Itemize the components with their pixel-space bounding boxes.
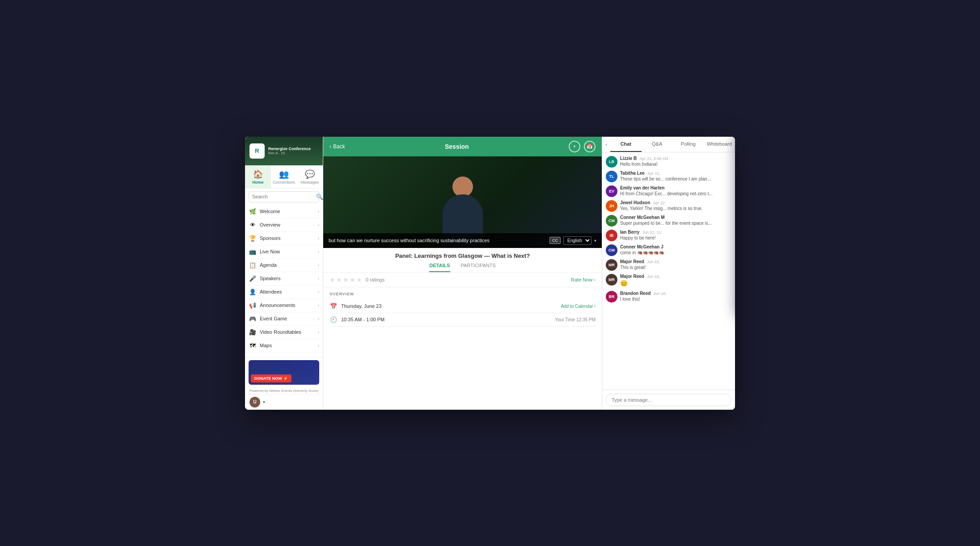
chat-message: EV Emily van der Harten Hi from Chicago!…	[606, 185, 731, 197]
chat-message: CM Conner McGeehan M Super pumped to be.…	[606, 215, 731, 227]
sidebar-item-overview[interactable]: 👁 Overview ›	[245, 218, 323, 232]
message-header: Ian Berry Jun 02, 11:	[620, 230, 731, 235]
message-time: Jun 02, 11:	[642, 230, 662, 235]
message-text: Hello from Indiana!	[620, 161, 731, 168]
your-time: Your Time 12:35 PM	[555, 317, 596, 322]
avatar: IB	[606, 230, 617, 241]
message-header: Lizzie B Apr 21, 9:56 AM	[620, 156, 731, 161]
add-session-icon[interactable]: ＋	[569, 141, 580, 152]
add-to-calendar-button[interactable]: Add to Calendar ›	[561, 304, 596, 309]
chat-input[interactable]	[606, 394, 731, 406]
star-4[interactable]: ★	[350, 276, 355, 283]
message-body: Major Reed Jun 16, This is great!	[620, 259, 731, 271]
star-1[interactable]: ★	[329, 276, 335, 283]
message-text: 😊	[620, 279, 731, 288]
sidebar: R Renergize Conference Nov 8 - 10, 🏠 Hom…	[245, 137, 323, 410]
rate-now-button[interactable]: Rate Now ›	[571, 277, 596, 282]
star-3[interactable]: ★	[343, 276, 349, 283]
sidebar-item-maps[interactable]: 🗺 Maps ›	[245, 339, 323, 353]
sidebar-item-welcome[interactable]: 🌿 Welcome ›	[245, 205, 323, 218]
chat-message: BR Brandon Reed Jun 16, I love this!	[606, 291, 731, 302]
tab-details[interactable]: DETAILS	[429, 263, 450, 272]
cc-button[interactable]: CC	[549, 237, 561, 244]
message-body: Ian Berry Jun 02, 11: Happy to be here!	[620, 230, 731, 241]
message-body: Brandon Reed Jun 16, I love this!	[620, 291, 731, 302]
message-name: Lizzie B	[620, 156, 637, 161]
sidebar-item-label: Video Roundtables	[260, 329, 315, 335]
back-button[interactable]: ‹ Back	[329, 143, 345, 150]
overview-icon: 👁	[249, 222, 257, 228]
chat-scroll-left[interactable]: ‹	[602, 137, 610, 151]
tab-participants[interactable]: PARTICIPANTS	[461, 263, 496, 272]
video-area: but how can we nurture success without s…	[323, 156, 602, 248]
user-avatar-bar[interactable]: U ▾	[245, 394, 323, 410]
sidebar-item-event-game[interactable]: 🎮 Event Game ›	[245, 312, 323, 326]
message-header: Emily van der Harten	[620, 185, 731, 190]
search-bar: 🔍	[249, 191, 319, 202]
sidebar-item-sponsors[interactable]: 🏆 Sponsors ›	[245, 232, 323, 245]
message-header: Brandon Reed Jun 16,	[620, 291, 731, 296]
stars: ★ ★ ★ ★ ★	[329, 276, 362, 283]
message-header: Conner McGeehan M	[620, 215, 731, 220]
add-to-calendar-label: Add to Calendar	[561, 304, 593, 309]
sidebar-item-announcements[interactable]: 📢 Announcements ›	[245, 299, 323, 312]
tab-whiteboard[interactable]: Whiteboard	[704, 137, 735, 152]
message-body: Major Reed Jun 16, 😊	[620, 274, 731, 288]
message-name: Ian Berry	[620, 230, 639, 235]
chevron-right-icon: ›	[318, 276, 319, 281]
language-select[interactable]: English	[563, 236, 591, 245]
caption-text: but how can we nurture success without s…	[329, 237, 545, 244]
message-time: Apr 21,	[647, 171, 660, 176]
chat-message: MR Major Reed Jun 16, This is great!	[606, 259, 731, 271]
sidebar-nav-messages[interactable]: 💬 Messages	[297, 166, 323, 188]
logo-text: Renergize Conference Nov 8 - 10,	[268, 147, 311, 155]
star-5[interactable]: ★	[356, 276, 362, 283]
chat-input-area	[602, 390, 735, 410]
sidebar-item-video-roundtables[interactable]: 🎥 Video Roundtables ›	[245, 326, 323, 339]
search-input[interactable]	[252, 194, 314, 199]
sidebar-menu: 🌿 Welcome › 👁 Overview › 🏆 Sponsors › 📺 …	[245, 205, 323, 357]
sidebar-item-speakers[interactable]: 🎤 Speakers ›	[245, 272, 323, 286]
sidebar-item-label: Welcome	[260, 209, 315, 214]
messages-label: Messages	[301, 180, 319, 185]
sidebar-item-label: Speakers	[260, 276, 315, 281]
chevron-right-icon: ›	[318, 290, 319, 294]
header-icons: ＋ 📅	[569, 141, 596, 152]
chat-tabs: ‹ Chat Q&A Polling Whiteboard	[602, 137, 735, 152]
maps-icon: 🗺	[249, 342, 257, 349]
tab-polling[interactable]: Polling	[673, 137, 704, 152]
message-text: come in 🦔🦔🦔🦔🦔	[620, 250, 731, 256]
chevron-down-icon: ▾	[263, 399, 265, 404]
attendees-icon: 👤	[249, 289, 257, 295]
sidebar-item-label: Maps	[260, 343, 315, 348]
overview-label: OVERVIEW	[329, 292, 596, 296]
star-2[interactable]: ★	[336, 276, 342, 283]
message-body: Tabitha Lee Apr 21, These tips will be s…	[620, 171, 731, 182]
language-chevron-icon: ▾	[594, 237, 596, 244]
video-roundtables-icon: 🎥	[249, 329, 257, 336]
sidebar-item-attendees[interactable]: 👤 Attendees ›	[245, 286, 323, 299]
chevron-right-icon: ›	[318, 263, 319, 268]
home-icon: 🏠	[253, 169, 263, 179]
message-name: Emily van der Harten	[620, 185, 664, 190]
message-name: Brandon Reed	[620, 291, 651, 296]
sidebar-nav-home[interactable]: 🏠 Home	[245, 166, 271, 188]
sidebar-item-agenda[interactable]: 📋 Agenda ›	[245, 259, 323, 272]
calendar-icon[interactable]: 📅	[584, 141, 596, 152]
avatar: CM	[606, 215, 617, 227]
connections-label: Connections	[273, 180, 295, 185]
tab-qa[interactable]: Q&A	[642, 137, 673, 152]
message-header: Jewel Hudson Apr 22,	[620, 200, 731, 205]
your-time-label: Your Time	[555, 317, 575, 322]
sidebar-nav-connections[interactable]: 👥 Connections	[271, 166, 297, 188]
chevron-right-icon: ›	[318, 316, 319, 321]
message-header: Tabitha Lee Apr 21,	[620, 171, 731, 176]
sidebar-item-live-now[interactable]: 📺 Live Now ›	[245, 245, 323, 259]
chevron-right-icon: ›	[318, 303, 319, 308]
donate-button[interactable]: DONATE NOW ⚡	[251, 374, 291, 382]
sidebar-item-label: Overview	[260, 222, 315, 227]
sidebar-item-label: Agenda	[260, 262, 315, 268]
welcome-icon: 🌿	[249, 208, 257, 215]
avatar: MR	[606, 274, 617, 286]
tab-chat[interactable]: Chat	[610, 137, 642, 152]
